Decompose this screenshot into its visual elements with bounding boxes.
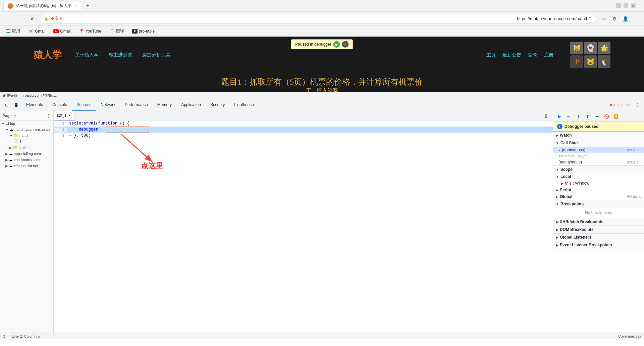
code-container: 1 setInterval(function () { 2 debugger 3… bbox=[54, 120, 553, 333]
devtools-more-btn[interactable]: ⋮ bbox=[633, 101, 641, 109]
scope-this[interactable]: ▶ this : Window bbox=[553, 180, 644, 187]
reload-button[interactable]: ✕ bbox=[28, 14, 37, 23]
file-tab-uzt[interactable]: uzt.js × bbox=[54, 111, 74, 120]
account-btn[interactable]: 👤 bbox=[621, 14, 630, 23]
tab-application[interactable]: Application bbox=[176, 99, 206, 111]
resume-btn[interactable]: ▶ bbox=[556, 113, 563, 120]
scope-arrow-icon: ▼ bbox=[556, 168, 559, 171]
scope-global[interactable]: ▶ Global Window bbox=[553, 193, 644, 200]
tab-security[interactable]: Security bbox=[206, 99, 229, 111]
close-window-button[interactable]: ✕ bbox=[631, 3, 636, 8]
call-stack-label: Call Stack bbox=[560, 141, 580, 145]
global-listeners-header[interactable]: ▶ Global Listeners bbox=[553, 234, 644, 241]
xhr-breakpoints-header[interactable]: ▶ XHR/fetch Breakpoints bbox=[553, 218, 644, 226]
nav-link-course[interactable]: 爬虫进阶课 bbox=[109, 52, 132, 58]
bookmark-apps[interactable]: 应用 bbox=[3, 28, 22, 35]
nav-login[interactable]: 登录 bbox=[528, 52, 537, 58]
step-out-btn[interactable]: ⬆ bbox=[584, 113, 591, 120]
breakpoints-header[interactable]: ▼ Breakpoints bbox=[553, 200, 644, 208]
nav-home[interactable]: 主页 bbox=[486, 52, 496, 58]
sidebar-item-1[interactable]: 📄 1 bbox=[0, 139, 53, 145]
address-bar[interactable]: 🔒 不安全 https://match.yuanrenxue.com/match… bbox=[40, 14, 596, 23]
sidebar-item-bootcss[interactable]: ▶ ☁ cdn.bootcss.com bbox=[0, 157, 53, 163]
bookmark-star-btn[interactable]: ☆ bbox=[599, 14, 608, 23]
step-btn[interactable]: ➡ bbox=[593, 113, 601, 120]
this-arrow-icon: ▶ bbox=[561, 182, 564, 185]
step-into-btn[interactable]: ⬇ bbox=[575, 113, 582, 120]
browser-tab[interactable]: 🐒 第一题 js混淆源码乱码 - 猿人学 × bbox=[3, 1, 81, 10]
tab-close-btn[interactable]: × bbox=[74, 4, 77, 8]
new-tab-button[interactable]: + bbox=[84, 2, 92, 10]
global-listeners-label: Global Listeners bbox=[560, 235, 591, 240]
sidebar-options-btn[interactable]: ⋮ bbox=[47, 113, 51, 118]
cloud-icon: ☁ bbox=[9, 163, 13, 168]
warning-icon: ⚠ bbox=[616, 103, 620, 107]
xhr-arrow-icon: ▶ bbox=[556, 220, 558, 224]
this-val: : Window bbox=[573, 181, 589, 186]
call-stack-header[interactable]: ▼ Call Stack bbox=[553, 139, 644, 147]
cloud-icon: ☁ bbox=[9, 157, 13, 162]
devtools-mobile-btn[interactable]: 📱 bbox=[12, 101, 20, 109]
bookmark-maps[interactable]: 📍 YouTube bbox=[77, 28, 103, 35]
sidebar-item-jsdelivr[interactable]: ▶ ☁ cdn.jsdelivr.net bbox=[0, 163, 53, 169]
watch-section-header[interactable]: ▶ Watch bbox=[553, 132, 644, 139]
translate-label: 翻译 bbox=[116, 28, 124, 34]
scope-header[interactable]: ▼ Scope bbox=[553, 166, 644, 173]
devtools-toolbar: ⊡ 📱 Elements Console Sources Network Per… bbox=[0, 99, 644, 111]
bookmark-gmail[interactable]: M Gmail bbox=[26, 28, 47, 35]
event-listener-header[interactable]: ▶ Event Listener Breakpoints bbox=[553, 241, 644, 249]
file-tab-close[interactable]: × bbox=[68, 113, 71, 118]
menu-btn[interactable]: ⋮ bbox=[631, 14, 641, 23]
back-button[interactable]: ← bbox=[3, 14, 13, 23]
devtools-settings-btn[interactable]: ⚙ bbox=[624, 101, 632, 109]
sidebar-item-static[interactable]: ▶ 📁 static bbox=[0, 145, 53, 151]
nav-announcement[interactable]: 最新公告 bbox=[502, 52, 521, 58]
tab-lighthouse[interactable]: Lighthouse bbox=[229, 99, 259, 111]
tab-elements[interactable]: Elements bbox=[21, 99, 48, 111]
forward-button[interactable]: → bbox=[15, 14, 25, 23]
format-btn[interactable]: {} bbox=[3, 334, 5, 338]
tab-memory[interactable]: Memory bbox=[153, 99, 176, 111]
browser-titlebar: 🐒 第一题 js混淆源码乱码 - 猿人学 × + ─ □ ✕ bbox=[0, 0, 644, 12]
tree-label-static: static bbox=[19, 146, 28, 150]
bookmark-youtube[interactable]: ▶ Gmail bbox=[51, 28, 72, 34]
sidebar-more-btn[interactable]: » bbox=[14, 114, 16, 117]
tab-sources[interactable]: Sources bbox=[72, 99, 96, 111]
devtools-toolbar-right: ✕ 2 ⚠ 2 ⚙ ⋮ bbox=[609, 101, 641, 109]
dom-breakpoints-header[interactable]: ▶ DOM Breakpoints bbox=[553, 226, 644, 233]
tab-network[interactable]: Network bbox=[96, 99, 120, 111]
callstack-item-1[interactable]: ● (anonymous) uzt.js:2 bbox=[553, 147, 644, 153]
bookmark-pro-table[interactable]: P pro-table bbox=[130, 28, 157, 34]
deactivate-btn[interactable]: 🚫 bbox=[603, 113, 610, 120]
avatar-1: 😸 bbox=[570, 42, 583, 54]
devtools-cursor-btn[interactable]: ⊡ bbox=[3, 101, 11, 109]
paused-debugger-banner: Paused in debugger ▶ ⊙ bbox=[291, 39, 353, 49]
close-paused-button[interactable]: ⊙ bbox=[342, 41, 349, 48]
scope-local[interactable]: ▼ Local bbox=[553, 173, 644, 180]
sidebar-item-bdimg[interactable]: ▶ ☁ apps.bdimg.com bbox=[0, 151, 53, 157]
dont-pause-btn[interactable]: ⏬ bbox=[612, 113, 620, 120]
tab-performance[interactable]: Performance bbox=[120, 99, 153, 111]
bookmark-translate[interactable]: T 翻译 bbox=[107, 28, 126, 35]
code-area[interactable]: 1 setInterval(function () { 2 debugger 3… bbox=[54, 120, 553, 139]
error-icon: ✕ bbox=[609, 103, 612, 107]
extensions-btn[interactable]: ⚙ bbox=[610, 14, 619, 23]
nav-register[interactable]: 注册 bbox=[544, 52, 553, 58]
nav-link-tools[interactable]: 爬虫分析工具 bbox=[142, 52, 170, 58]
sidebar-item-match[interactable]: ▼ 📁 match bbox=[0, 133, 53, 139]
maximize-button[interactable]: □ bbox=[624, 3, 628, 8]
minimize-button[interactable]: ─ bbox=[616, 3, 621, 8]
debug-toolbar: ▶ ↩ ⬇ ⬆ ➡ 🚫 ⏬ bbox=[553, 111, 644, 122]
sidebar-item-top[interactable]: ▼ ☐ top bbox=[0, 120, 53, 127]
callstack-item-3[interactable]: (anonymous) uzt.js:1 bbox=[553, 159, 644, 165]
global-arrow-icon: ▶ bbox=[556, 195, 558, 199]
pretty-print-btn[interactable]: {} bbox=[542, 112, 550, 120]
nav-link-about[interactable]: 关于猿人学 bbox=[75, 52, 99, 58]
step-over-btn[interactable]: ↩ bbox=[565, 113, 573, 120]
line-content: → }, 500) bbox=[67, 133, 553, 138]
bookmarks-bar: 应用 M Gmail ▶ Gmail 📍 YouTube T 翻译 P pro-… bbox=[0, 26, 644, 37]
tab-console[interactable]: Console bbox=[48, 99, 72, 111]
scope-script[interactable]: ▶ Script bbox=[553, 187, 644, 193]
resume-debugger-button[interactable]: ▶ bbox=[333, 41, 340, 48]
sidebar-item-domain[interactable]: ▼ ☁ match.yuanrenxue.co bbox=[0, 127, 53, 133]
